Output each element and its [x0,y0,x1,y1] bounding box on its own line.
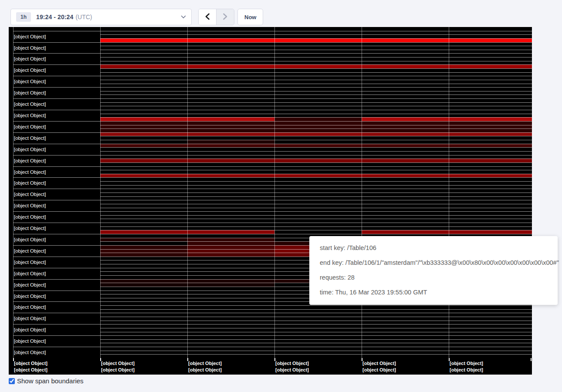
heatmap-band-cell[interactable] [187,64,274,68]
heatmap-band-cell[interactable] [187,125,274,129]
heatmap-band-cell[interactable] [274,38,362,42]
heatmap-band-cell[interactable] [362,121,449,125]
axis-tick-date: [object Object] [101,367,135,372]
time-range-select[interactable]: 1h 19:24 - 20:24 (UTC) [10,9,192,25]
span-key-label: [object Object] [14,180,46,186]
span-boundary-line [100,309,532,310]
heatmap-band-cell[interactable] [362,125,449,129]
heatmap-band-cell[interactable] [362,128,449,132]
heatmap-band-cell[interactable] [449,121,532,125]
prev-time-button[interactable] [199,9,217,25]
span-boundary-line [100,95,532,95]
heatmap-band-cell[interactable] [449,38,532,42]
heatmap-band-cell[interactable] [449,64,532,68]
heatmap-band-cell[interactable] [100,253,187,257]
heatmap-band-cell[interactable] [274,125,362,129]
axis-tick-date: [object Object] [450,367,483,372]
span-boundary-line [100,219,532,219]
span-boundary-line [100,170,532,170]
heatmap-band-cell[interactable] [100,159,187,162]
heatmap-band-cell[interactable] [100,238,187,242]
span-boundary-line [100,159,532,159]
heatmap-band-cell[interactable] [187,159,274,162]
heatmap-band-cell[interactable] [100,249,187,253]
heatmap-band-cell[interactable] [362,230,449,234]
heatmap-band-cell[interactable] [274,64,362,68]
span-boundary-line [100,114,532,114]
heatmap-band-cell[interactable] [187,241,274,245]
heatmap-band-cell[interactable] [187,230,274,234]
heatmap-band-cell[interactable] [274,128,362,132]
heatmap-band-cell[interactable] [274,132,362,136]
heatmap-band-cell[interactable] [187,144,274,148]
heatmap-band-cell[interactable] [449,174,532,178]
heatmap-band-cell[interactable] [187,140,274,144]
heatmap-band-cell[interactable] [100,174,187,178]
heatmap-band-cell[interactable] [449,117,532,121]
heatmap-band-cell[interactable] [187,283,274,287]
heatmap-band-cell[interactable] [100,38,187,42]
heatmap-band-cell[interactable] [187,117,274,121]
heatmap-band-cell[interactable] [449,230,532,234]
heatmap-band-cell[interactable] [187,253,274,257]
span-key-label: [object Object] [14,45,46,51]
span-boundary-line [100,328,532,328]
axis-tick-date: [object Object] [188,367,222,372]
span-key-label: [object Object] [14,90,46,95]
heatmap-band-cell[interactable] [362,174,449,178]
heatmap-band-cell[interactable] [274,174,362,178]
heatmap-band-cell[interactable] [449,128,532,132]
heatmap-band-cell[interactable] [362,132,449,136]
heatmap-band-cell[interactable] [100,121,187,125]
heatmap-band-cell[interactable] [100,144,187,148]
span-boundary-line [100,343,532,343]
heatmap-band-cell[interactable] [100,117,187,121]
heatmap-band-cell[interactable] [187,174,274,178]
span-boundary-line [100,125,532,125]
heatmap-band-cell[interactable] [187,121,274,125]
heatmap-band-cell[interactable] [274,159,362,162]
heatmap-band-cell[interactable] [274,117,362,121]
heatmap-band-cell[interactable] [187,128,274,132]
span-boundary-line [100,162,532,163]
heatmap-band-cell[interactable] [362,117,449,121]
heatmap-band-cell[interactable] [187,245,274,249]
heatmap-band-cell[interactable] [100,125,187,129]
heatmap-band-cell[interactable] [187,38,274,42]
heatmap-band-cell[interactable] [362,159,449,162]
span-boundary-line [13,121,532,122]
heatmap-band-cell[interactable] [274,144,362,148]
heatmap-band-cell[interactable] [449,159,532,162]
span-key-label: [object Object] [14,304,46,310]
heatmap-band-cell[interactable] [100,283,187,287]
span-boundary-line [100,102,532,103]
heatmap-band-cell[interactable] [449,132,532,136]
heatmap-band-cell[interactable] [100,132,187,136]
heatmap-band-cell[interactable] [362,64,449,68]
span-boundary-line [13,87,532,88]
now-button[interactable]: Now [237,9,263,25]
heatmap-band-cell[interactable] [449,144,532,148]
heatmap-grid[interactable]: [object Object][object Object][object Ob… [9,27,532,358]
key-visualizer-canvas[interactable]: [object Object][object Object][object Ob… [9,27,532,375]
heatmap-band-cell[interactable] [100,128,187,132]
heatmap-band-cell[interactable] [187,238,274,242]
heatmap-band-cell[interactable] [449,125,532,129]
heatmap-band-cell[interactable] [274,121,362,125]
heatmap-band-cell[interactable] [100,230,187,234]
chevron-left-icon [205,13,210,21]
heatmap-band-cell[interactable] [100,279,187,283]
next-time-button[interactable] [217,9,234,25]
heatmap-band-cell[interactable] [100,245,187,249]
time-range-badge: 1h [16,12,31,22]
heatmap-band-cell[interactable] [100,64,187,68]
heatmap-band-cell[interactable] [187,249,274,253]
show-span-boundaries-checkbox[interactable] [9,378,15,384]
span-boundary-line [13,177,532,178]
heatmap-band-cell[interactable] [362,144,449,148]
show-span-boundaries-control[interactable]: Show span boundaries [9,377,84,385]
heatmap-band-cell[interactable] [187,279,274,283]
heatmap-band-cell[interactable] [187,132,274,136]
span-boundary-line [13,155,532,155]
heatmap-band-cell[interactable] [362,38,449,42]
